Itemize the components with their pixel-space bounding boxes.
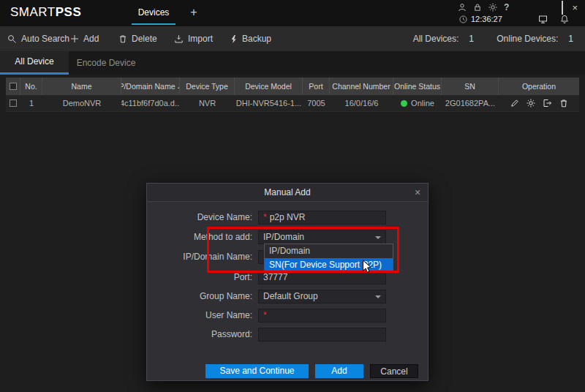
dialog-title: Manual Add xyxy=(147,184,428,202)
save-and-continue-button[interactable]: Save and Continue xyxy=(205,364,309,378)
method-select[interactable]: IP/Domain xyxy=(258,230,386,244)
dropdown-option-ip-domain[interactable]: IP/Domain xyxy=(265,244,393,258)
add-button[interactable]: Add xyxy=(70,26,99,51)
password-input[interactable] xyxy=(258,328,386,342)
required-asterisk: * xyxy=(263,310,267,320)
row-status: Online xyxy=(393,95,442,111)
port-value: 37777 xyxy=(263,272,287,282)
header-device-model: Device Model xyxy=(235,78,303,95)
close-button[interactable]: × xyxy=(572,4,578,12)
device-tabstrip: All Device Encode Device xyxy=(0,51,585,75)
bell-icon[interactable] xyxy=(560,15,569,24)
port-label: Port: xyxy=(147,272,258,282)
chevron-down-icon xyxy=(375,236,381,239)
row-model: DHI-NVR5416-1... xyxy=(235,95,303,111)
new-tab-button[interactable]: + xyxy=(186,5,202,21)
header-ip-domain[interactable]: IP/Domain Name xyxy=(121,78,180,95)
ip-domain-label: IP/Domain Name: xyxy=(147,252,258,262)
row-name: DemoNVR xyxy=(42,95,121,111)
row-sn: 2G01682PA... xyxy=(442,95,499,111)
logo-pss: PSS xyxy=(56,5,82,19)
auto-search-button[interactable]: Auto Search xyxy=(7,26,69,51)
logout-export-icon[interactable] xyxy=(543,99,552,108)
backup-label: Backup xyxy=(242,34,271,44)
device-name-row: Device Name: * p2p NVR xyxy=(147,210,428,225)
device-table-header: No. Name IP/Domain Name Device Type Devi… xyxy=(6,78,579,95)
manual-add-dialog: Manual Add × Device Name: * p2p NVR Meth… xyxy=(146,183,429,381)
cancel-button[interactable]: Cancel xyxy=(370,364,418,378)
chevron-down-icon xyxy=(375,295,381,298)
import-icon xyxy=(174,34,184,44)
smartpss-window: SMARTPSS Devices + ? × 12:36:27 xyxy=(0,0,585,392)
add-label: Add xyxy=(83,34,99,44)
config-gear-icon[interactable] xyxy=(526,99,535,108)
password-row: Password: xyxy=(147,327,428,342)
all-devices-label: All Devices: xyxy=(413,34,459,44)
method-value: IP/Domain xyxy=(263,232,304,242)
header-online-status: Online Status xyxy=(393,78,442,95)
row-ip: 4c11bf6f7d0a.d... xyxy=(121,95,180,111)
delete-label: Delete xyxy=(132,34,157,44)
toolbar: Auto Search Add Delete Import Backup xyxy=(0,26,585,51)
gear-icon[interactable] xyxy=(488,3,497,12)
device-name-value: p2p NVR xyxy=(270,212,306,222)
header-ip-label: IP/Domain Name xyxy=(121,82,175,91)
row-no: 1 xyxy=(20,95,42,111)
auto-search-label: Auto Search xyxy=(21,34,69,44)
method-label: Method to add: xyxy=(147,232,258,242)
online-status-label: Online xyxy=(411,99,434,108)
backup-button[interactable]: Backup xyxy=(230,26,271,51)
row-checkbox[interactable] xyxy=(10,99,17,107)
password-label: Password: xyxy=(147,329,258,339)
delete-trash-icon[interactable] xyxy=(559,99,568,108)
import-label: Import xyxy=(188,34,213,44)
row-port: 7005 xyxy=(303,95,330,111)
tab-devices[interactable]: Devices xyxy=(132,0,176,25)
tab-all-device[interactable]: All Device xyxy=(0,51,69,75)
logo-smart: SMART xyxy=(10,5,56,19)
device-name-label: Device Name: xyxy=(147,212,258,222)
table-row: 1 DemoNVR 4c11bf6f7d0a.d... NVR DHI-NVR5… xyxy=(6,95,579,112)
header-channel-number: Channel Number xyxy=(330,78,393,95)
device-name-input[interactable]: * p2p NVR xyxy=(258,211,386,225)
dialog-close-icon[interactable]: × xyxy=(412,186,423,199)
user-input[interactable]: * xyxy=(258,309,386,323)
dropdown-option-sn-p2p[interactable]: SN(For Device Support P2P) xyxy=(265,258,393,272)
group-label: Group Name: xyxy=(147,291,258,301)
delete-button[interactable]: Delete xyxy=(118,26,157,51)
select-all-checkbox[interactable] xyxy=(10,83,17,90)
header-sn: SN xyxy=(442,78,499,95)
trash-icon xyxy=(118,34,127,44)
edit-pencil-icon[interactable] xyxy=(510,99,519,108)
method-dropdown-list: IP/Domain SN(For Device Support P2P) xyxy=(264,244,393,273)
group-select[interactable]: Default Group xyxy=(258,290,386,304)
tab-encode-device[interactable]: Encode Device xyxy=(69,51,143,75)
app-logo: SMARTPSS xyxy=(10,5,81,20)
header-port: Port xyxy=(303,78,330,95)
group-row: Group Name: Default Group xyxy=(147,289,428,304)
lightning-icon xyxy=(230,34,238,44)
all-devices-value: 1 xyxy=(469,34,474,44)
user-label: User Name: xyxy=(147,310,258,320)
lock-icon[interactable] xyxy=(473,3,482,12)
online-devices-label: Online Devices: xyxy=(497,34,558,44)
clock-icon xyxy=(459,15,467,23)
header-name: Name xyxy=(42,78,121,95)
device-monitor-icon[interactable] xyxy=(538,15,548,24)
user-row: User Name: * xyxy=(147,308,428,323)
help-icon[interactable]: ? xyxy=(504,3,509,12)
header-operation: Operation xyxy=(499,78,579,95)
online-devices-value: 1 xyxy=(568,34,573,44)
online-devices-count: Online Devices: 1 xyxy=(497,26,573,51)
import-button[interactable]: Import xyxy=(174,26,213,51)
header-checkbox-cell xyxy=(6,78,20,95)
search-icon xyxy=(7,34,17,44)
user-icon[interactable] xyxy=(458,3,467,12)
method-row: Method to add: IP/Domain xyxy=(147,230,428,244)
maximize-button[interactable] xyxy=(562,1,563,15)
add-button-dialog[interactable]: Add xyxy=(315,364,363,378)
online-status-dot xyxy=(401,100,407,107)
required-asterisk: * xyxy=(263,212,267,222)
clock-time: 12:36:27 xyxy=(471,15,502,23)
row-channel: 16/0/16/6 xyxy=(330,95,393,111)
